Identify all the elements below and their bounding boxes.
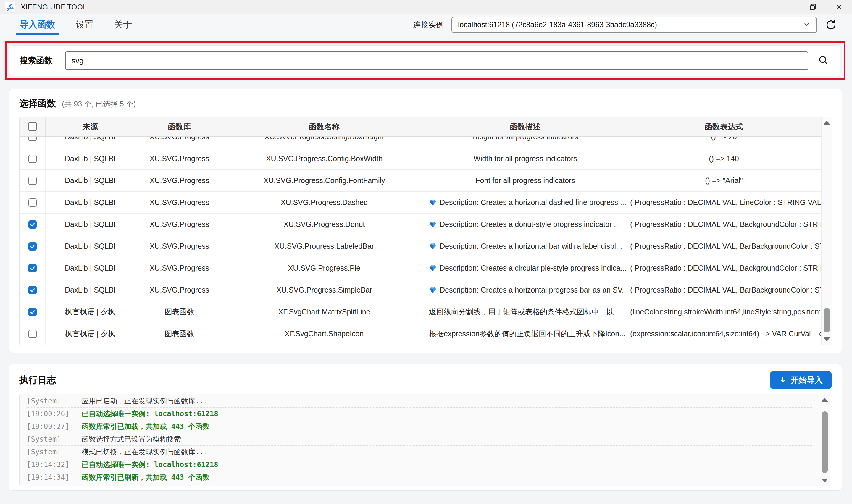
cell-library: XU.SVG.Progress bbox=[135, 235, 224, 257]
column-header-description: 函数描述 bbox=[425, 117, 626, 136]
column-header-expression: 函数表达式 bbox=[626, 117, 822, 136]
table-row[interactable]: DaxLib | SQLBI XU.SVG.Progress XU.SVG.Pr… bbox=[19, 170, 822, 192]
connection-label: 连接实例 bbox=[413, 19, 444, 30]
selection-summary: (共 93 个, 已选择 5 个) bbox=[62, 99, 136, 109]
function-selection-section: 选择函数 (共 93 个, 已选择 5 个) 来源 函数库 函数名称 函数描述 … bbox=[9, 89, 842, 353]
cell-function-name: XU.SVG.Progress.SimpleBar bbox=[224, 279, 425, 301]
scroll-up-arrow-icon[interactable] bbox=[821, 398, 828, 402]
cell-expression: () => 20 bbox=[626, 137, 822, 148]
section-title-execution-log: 执行日志 bbox=[19, 374, 56, 386]
close-button[interactable] bbox=[826, 0, 852, 14]
cell-expression: () => "Arial" bbox=[626, 170, 822, 191]
cell-function-name: XF.SvgChart.MatrixSplitLine bbox=[224, 301, 425, 323]
table-row[interactable]: 枫言枫语 | 夕枫 图表函数 XF.SvgChart.MatrixSplitLi… bbox=[19, 301, 822, 323]
table-row[interactable]: DaxLib | SQLBI XU.SVG.Progress XU.SVG.Pr… bbox=[19, 214, 822, 235]
table-body: DaxLib | SQLBI XU.SVG.Progress XU.SVG.Pr… bbox=[19, 137, 822, 345]
log-message: 函数库索引已刷新，共加载 443 个函数 bbox=[81, 473, 210, 482]
table-row[interactable]: DaxLib | SQLBI XU.SVG.Progress XU.SVG.Pr… bbox=[19, 257, 822, 279]
cell-description: Description: Creates a circular pie-styl… bbox=[425, 257, 626, 279]
log-entry: [System] 函数选择方式已设置为模糊搜索 bbox=[26, 433, 812, 446]
connection-instance-value: localhost:61218 (72c8a6e2-183a-4361-8963… bbox=[458, 20, 803, 29]
cell-expression: ( ProgressRatio : DECIMAL VAL, LineColor… bbox=[626, 192, 822, 213]
app-logo-icon bbox=[5, 2, 15, 13]
row-checkbox[interactable] bbox=[29, 198, 37, 207]
cell-source: DaxLib | SQLBI bbox=[46, 170, 135, 191]
row-checkbox[interactable] bbox=[29, 286, 37, 294]
log-output: [System] 应用已启动，正在发现实例与函数库... [19:00:26] … bbox=[19, 394, 830, 486]
log-scrollbar-thumb[interactable] bbox=[821, 411, 828, 473]
row-checkbox[interactable] bbox=[29, 137, 37, 141]
scroll-down-arrow-icon[interactable] bbox=[821, 479, 828, 482]
table-row[interactable]: DaxLib | SQLBI XU.SVG.Progress XU.SVG.Pr… bbox=[19, 137, 822, 148]
table-row[interactable]: DaxLib | SQLBI XU.SVG.Progress XU.SVG.Pr… bbox=[19, 148, 822, 170]
cell-expression: ( ProgressRatio : DECIMAL VAL, Backgroun… bbox=[626, 257, 822, 279]
cell-function-name: XU.SVG.Progress.Pie bbox=[224, 257, 425, 279]
gem-icon bbox=[429, 199, 437, 206]
gem-icon bbox=[429, 265, 437, 272]
tab-import-functions[interactable]: 导入函数 bbox=[18, 14, 57, 35]
log-entry: [19:14:34] 函数库索引已刷新，共加载 443 个函数 bbox=[26, 471, 812, 484]
cell-source: DaxLib | SQLBI bbox=[46, 257, 135, 279]
minimize-button[interactable] bbox=[774, 0, 800, 14]
start-import-button[interactable]: 开始导入 bbox=[770, 372, 832, 389]
cell-source: DaxLib | SQLBI bbox=[46, 137, 135, 148]
cell-description: Description: Creates a donut-style progr… bbox=[425, 214, 626, 235]
table-scrollbar-thumb[interactable] bbox=[823, 308, 830, 332]
log-scrollbar[interactable] bbox=[819, 394, 830, 486]
refresh-button[interactable] bbox=[825, 19, 837, 31]
table-scrollbar[interactable] bbox=[821, 117, 832, 345]
row-checkbox[interactable] bbox=[29, 264, 37, 272]
cell-description: Font for all progress indicators bbox=[425, 170, 626, 191]
cell-source: 枫言枫语 | 夕枫 bbox=[46, 323, 135, 345]
tab-settings[interactable]: 设置 bbox=[74, 14, 95, 35]
cell-expression: () => 140 bbox=[626, 148, 822, 169]
cell-library: XU.SVG.Progress bbox=[135, 137, 224, 148]
tab-about[interactable]: 关于 bbox=[112, 14, 134, 35]
select-all-checkbox[interactable] bbox=[28, 122, 37, 131]
log-message: 函数选择方式已设置为模糊搜索 bbox=[81, 434, 181, 444]
search-input[interactable] bbox=[65, 52, 808, 70]
search-label: 搜索函数 bbox=[19, 55, 53, 66]
cell-expression: ( ProgressRatio : DECIMAL VAL, Backgroun… bbox=[626, 214, 822, 235]
cell-description: 根据expression参数的值的正负返回不同的上升或下降Icon... bbox=[425, 323, 626, 345]
row-checkbox[interactable] bbox=[29, 330, 37, 338]
cell-expression: ( ProgressRatio : DECIMAL VAL, BarBackgr… bbox=[626, 279, 822, 301]
table-row[interactable]: 枫言枫语 | 夕枫 图表函数 XF.SvgChart.ShapeIcon 根据e… bbox=[19, 323, 822, 345]
scroll-up-arrow-icon[interactable] bbox=[823, 121, 830, 125]
log-entry: [System] 模式已切换，正在发现实例与函数库... bbox=[26, 446, 812, 458]
log-timestamp: [19:00:26] bbox=[26, 410, 81, 418]
log-timestamp: [System] bbox=[26, 448, 81, 456]
cell-source: DaxLib | SQLBI bbox=[46, 235, 135, 257]
log-message: 已自动选择唯一实例: localhost:61218 bbox=[81, 460, 218, 469]
cell-function-name: XU.SVG.Progress.Donut bbox=[224, 214, 425, 235]
table-row[interactable]: DaxLib | SQLBI XU.SVG.Progress XU.SVG.Pr… bbox=[19, 279, 822, 301]
cell-function-name: XU.SVG.Progress.Config.BoxWidth bbox=[224, 148, 425, 169]
execution-log-section: 执行日志 开始导入 [System] 应用已启动，正在发现实例与函数库... [… bbox=[9, 364, 842, 491]
maximize-button[interactable] bbox=[800, 0, 826, 14]
search-icon[interactable] bbox=[817, 54, 830, 67]
connection-instance-select[interactable]: localhost:61218 (72c8a6e2-183a-4361-8963… bbox=[451, 17, 817, 33]
log-timestamp: [19:00:27] bbox=[26, 422, 81, 431]
cell-library: XU.SVG.Progress bbox=[135, 214, 224, 235]
log-timestamp: [System] bbox=[26, 397, 81, 405]
table-row[interactable]: DaxLib | SQLBI XU.SVG.Progress XU.SVG.Pr… bbox=[19, 235, 822, 257]
cell-source: DaxLib | SQLBI bbox=[46, 279, 135, 301]
cell-description: Width for all progress indicators bbox=[425, 148, 626, 169]
log-timestamp: [19:14:32] bbox=[26, 461, 81, 469]
cell-library: XU.SVG.Progress bbox=[135, 279, 224, 301]
cell-description: Description: Creates a horizontal progre… bbox=[425, 279, 626, 301]
cell-function-name: XU.SVG.Progress.LabeledBar bbox=[224, 235, 425, 257]
table-row[interactable]: DaxLib | SQLBI XU.SVG.Progress XU.SVG.Pr… bbox=[19, 192, 822, 214]
cell-library: XU.SVG.Progress bbox=[135, 170, 224, 191]
cell-library: XU.SVG.Progress bbox=[135, 192, 224, 213]
row-checkbox[interactable] bbox=[29, 177, 37, 185]
row-checkbox[interactable] bbox=[29, 220, 37, 229]
chevron-down-icon bbox=[803, 20, 811, 29]
app-title: XIFENG UDF TOOL bbox=[21, 3, 87, 11]
scroll-down-arrow-icon[interactable] bbox=[823, 338, 830, 341]
cell-source: DaxLib | SQLBI bbox=[46, 214, 135, 235]
row-checkbox[interactable] bbox=[29, 242, 37, 251]
row-checkbox[interactable] bbox=[29, 155, 37, 163]
row-checkbox[interactable] bbox=[29, 308, 37, 316]
cell-function-name: XU.SVG.Progress.Dashed bbox=[224, 192, 425, 213]
